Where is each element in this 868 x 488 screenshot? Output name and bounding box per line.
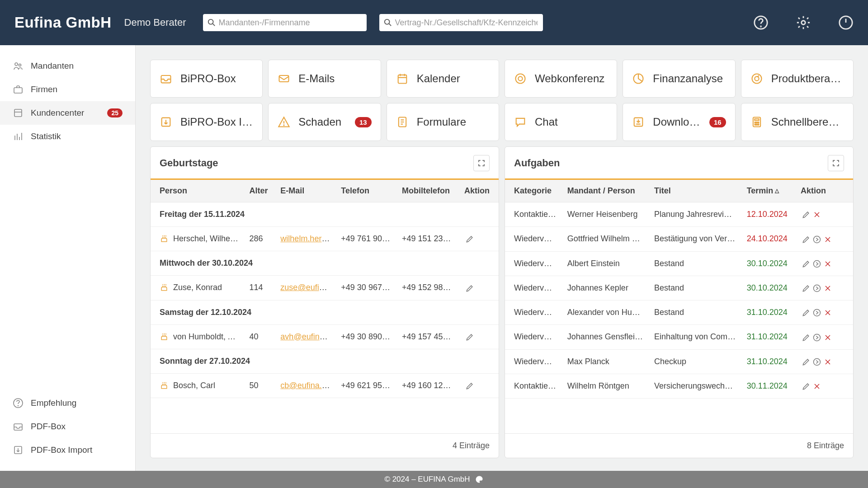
delete-icon[interactable] (823, 333, 832, 342)
birthdays-panel: Geburtstage Person Alter E-Mail Telefon … (150, 146, 499, 458)
mandant-search-input[interactable] (203, 14, 367, 31)
edit-icon[interactable] (802, 308, 811, 317)
email-link[interactable]: avh@eufina.de (280, 332, 335, 341)
cell-termin: 30.10.2024 (741, 251, 795, 276)
calculator-icon (750, 116, 763, 128)
delete-icon[interactable] (812, 210, 821, 219)
email-link[interactable]: cb@eufina.de (280, 381, 330, 390)
sidebar-item-empfehlung[interactable]: Empfehlung (0, 391, 135, 415)
col-titel[interactable]: Titel (649, 180, 741, 202)
forward-icon[interactable] (812, 235, 821, 244)
col-person[interactable]: Person (151, 180, 244, 202)
cell-titel: Bestätigung von Vertragsä… (649, 227, 741, 251)
tasks-footer: 8 Einträge (505, 433, 853, 458)
delete-icon[interactable] (823, 308, 832, 317)
tile-finanzanalyse[interactable]: Finanzanalyse (623, 60, 735, 98)
sidebar-item-kundencenter[interactable]: Kundencenter25 (0, 101, 135, 125)
edit-icon[interactable] (465, 381, 474, 390)
tile-kalender[interactable]: Kalender (387, 60, 499, 98)
forward-icon[interactable] (812, 284, 821, 293)
birthdays-title: Geburtstage (160, 157, 218, 169)
delete-icon[interactable] (812, 382, 821, 391)
forward-icon[interactable] (812, 333, 821, 342)
tile-schaden[interactable]: Schaden13 (268, 103, 381, 141)
sidebar-item-mandanten[interactable]: Mandanten (0, 54, 135, 78)
forward-icon[interactable] (812, 308, 821, 317)
table-row: Wiedervorl…Johannes KeplerBestand30.10.2… (505, 276, 853, 300)
col-aktion[interactable]: Aktion (459, 180, 499, 202)
edit-icon[interactable] (802, 357, 811, 366)
cell-telefon: +49 30 8901234 (335, 324, 396, 349)
col-email[interactable]: E-Mail (275, 180, 335, 202)
edit-icon[interactable] (802, 259, 811, 268)
cell-aktion (795, 276, 853, 300)
tile-bipro-box-import[interactable]: BiPRO-Box Import (150, 103, 263, 141)
palette-icon[interactable] (475, 475, 484, 484)
cell-person: Zuse, Konrad (151, 276, 244, 300)
expand-button[interactable] (828, 155, 844, 171)
delete-icon[interactable] (823, 284, 832, 293)
cake-icon (160, 332, 169, 341)
forward-icon[interactable] (812, 259, 821, 268)
delete-icon[interactable] (823, 357, 832, 366)
tile-schnellberechnu-[interactable]: Schnellberechnu... (741, 103, 854, 141)
email-link[interactable]: wilhelm.hersc… (280, 234, 335, 243)
col-telefon[interactable]: Telefon (335, 180, 396, 202)
col-termin[interactable]: Termin△ (741, 180, 795, 202)
tile-bipro-box[interactable]: BiPRO-Box (150, 60, 263, 98)
sidebar-item-statistik[interactable]: Statistik (0, 125, 135, 148)
col-alter[interactable]: Alter (244, 180, 275, 202)
expand-button[interactable] (473, 155, 490, 171)
sidebar-item-pdf-box[interactable]: PDF-Box (0, 415, 135, 438)
sidebar-item-label: Kundencenter (31, 108, 84, 118)
table-row: Wiedervorl…Albert EinsteinBestand30.10.2… (505, 251, 853, 276)
table-row: Wiedervorl…Gottfried Wilhelm LeibnizBest… (505, 227, 853, 251)
edit-icon[interactable] (802, 333, 811, 342)
gear-icon[interactable] (796, 15, 811, 30)
forward-icon[interactable] (812, 357, 821, 366)
sidebar-item-firmen[interactable]: Firmen (0, 78, 135, 101)
edit-icon[interactable] (465, 235, 474, 244)
date-label: Mittwoch der 30.10.2024 (151, 251, 499, 276)
tile-chat[interactable]: Chat (505, 103, 617, 141)
edit-icon[interactable] (802, 235, 811, 244)
expand-icon (832, 159, 840, 167)
edit-icon[interactable] (465, 333, 474, 342)
tile-e-mails[interactable]: E-Mails (268, 60, 381, 98)
email-link[interactable]: zuse@eufina.de (280, 283, 335, 292)
col-mandant[interactable]: Mandant / Person (562, 180, 649, 202)
edit-icon[interactable] (802, 382, 811, 391)
help-icon[interactable] (753, 15, 769, 30)
col-mobil[interactable]: Mobiltelefon (396, 180, 459, 202)
tile-label: BiPRO-Box Import (180, 116, 253, 128)
cell-termin: 31.10.2024 (741, 349, 795, 374)
cell-mandant: Johannes Gensfleisch zur … (562, 325, 649, 349)
tile-label: Downloads (653, 116, 701, 128)
table-row: KontaktierenWerner HeisenbergPlanung Jah… (505, 202, 853, 227)
tile-label: Webkonferenz (535, 72, 604, 85)
tile-formulare[interactable]: Formulare (387, 103, 499, 141)
sidebar-item-pdf-box-import[interactable]: PDF-Box Import (0, 438, 135, 462)
date-group-row: Freitag der 15.11.2024 (151, 202, 499, 227)
tile-produktberatung[interactable]: Produktberatung (741, 60, 854, 98)
cell-email: zuse@eufina.de (275, 276, 335, 300)
col-kategorie[interactable]: Kategorie (505, 180, 562, 202)
bars-icon (13, 131, 24, 142)
power-icon[interactable] (838, 15, 854, 30)
col-aktion[interactable]: Aktion (795, 180, 853, 202)
cell-kategorie: Kontaktieren (505, 202, 562, 227)
table-row: Wiedervorl…Johannes Gensfleisch zur …Ein… (505, 325, 853, 349)
contract-search-input[interactable] (379, 14, 543, 31)
tile-downloads[interactable]: Downloads16 (623, 103, 735, 141)
expand-icon (477, 159, 486, 167)
date-group-row: Sonntag der 27.10.2024 (151, 349, 499, 373)
edit-icon[interactable] (802, 284, 811, 293)
cell-mandant: Wilhelm Röntgen (562, 374, 649, 398)
delete-icon[interactable] (823, 235, 832, 244)
delete-icon[interactable] (823, 259, 832, 268)
tile-webkonferenz[interactable]: Webkonferenz (505, 60, 617, 98)
edit-icon[interactable] (465, 284, 474, 293)
edit-icon[interactable] (802, 210, 811, 219)
tile-label: Schnellberechnu... (771, 116, 844, 128)
cell-telefon: +49 30 9678901 (335, 276, 396, 300)
